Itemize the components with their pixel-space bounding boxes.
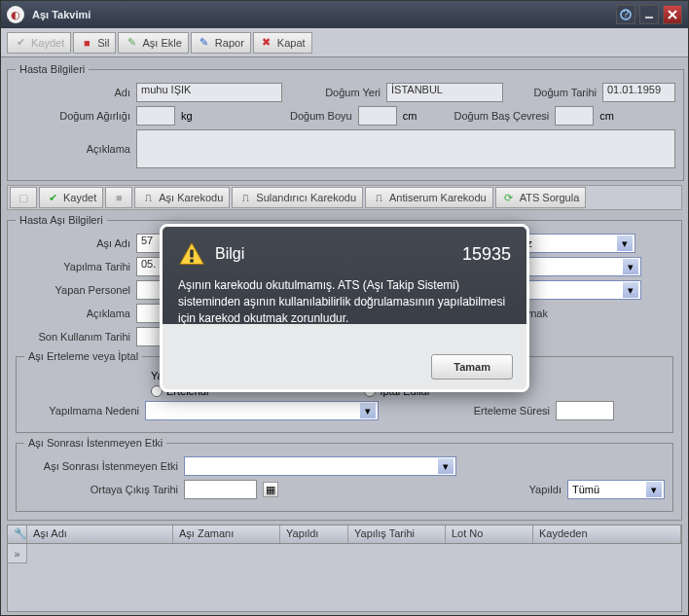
svg-rect-4 — [190, 260, 194, 264]
dialog-code: 15935 — [462, 244, 511, 265]
info-dialog: Bilgi 15935 Aşının karekodu okutulmamış.… — [160, 224, 529, 391]
modal-overlay: Bilgi 15935 Aşının karekodu okutulmamış.… — [0, 0, 689, 616]
dialog-title: Bilgi — [215, 245, 453, 263]
dialog-message: Aşının karekodu okutulmamış. ATS (Aşı Ta… — [178, 277, 511, 326]
warning-icon — [178, 240, 205, 268]
ok-button[interactable]: Tamam — [431, 354, 513, 380]
svg-rect-3 — [190, 250, 194, 258]
